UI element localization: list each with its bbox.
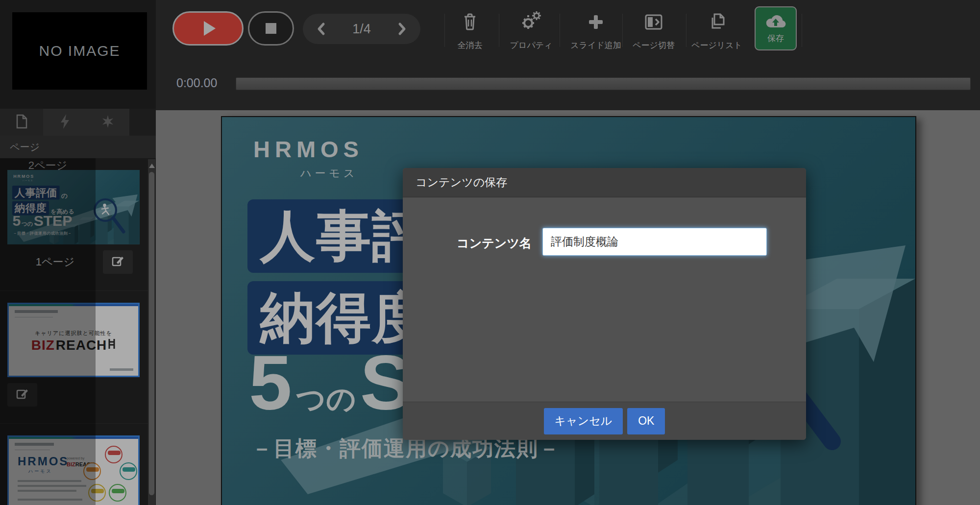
cancel-button[interactable]: キャンセル (544, 408, 623, 434)
content-name-label: コンテンツ名 (451, 229, 532, 257)
ok-button[interactable]: OK (627, 408, 665, 434)
dialog-footer: キャンセル OK (403, 402, 806, 440)
dialog-title: コンテンツの保存 (403, 168, 806, 197)
content-name-input[interactable] (542, 228, 767, 256)
save-content-dialog: コンテンツの保存 コンテンツ名 キャンセル OK (403, 168, 806, 440)
